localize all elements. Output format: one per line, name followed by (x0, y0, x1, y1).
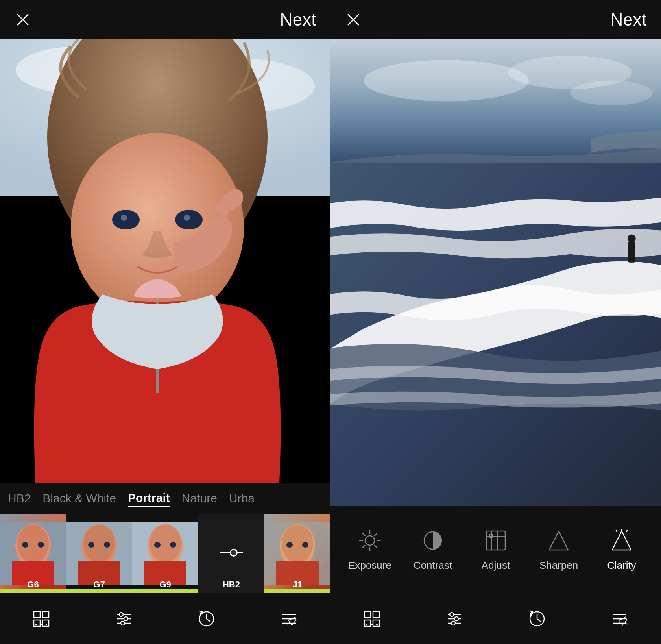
thumb-j1[interactable]: J1 (264, 514, 330, 593)
svg-marker-89 (612, 531, 631, 550)
thumb-hb2[interactable]: HB2 (198, 514, 264, 593)
tool-adjust[interactable]: Adjust (464, 528, 527, 572)
svg-point-37 (286, 542, 293, 548)
svg-rect-93 (364, 611, 371, 618)
right-nav-history[interactable] (519, 605, 555, 633)
svg-line-78 (375, 545, 377, 548)
svg-point-72 (365, 536, 375, 545)
svg-marker-62 (288, 617, 296, 625)
svg-line-92 (626, 530, 627, 532)
left-next-button[interactable]: Next (280, 10, 316, 30)
thumb-g7-label: G7 (66, 579, 132, 590)
left-nav-sliders[interactable] (106, 605, 142, 633)
filter-thumbnails: G6 G7 (0, 514, 330, 593)
svg-point-49 (35, 624, 37, 625)
svg-line-79 (375, 533, 377, 536)
svg-rect-96 (373, 620, 379, 626)
svg-point-11 (184, 215, 190, 221)
tool-exposure[interactable]: Exposure (338, 528, 401, 572)
left-photo-area (0, 39, 330, 483)
adjust-tools: Exposure Contrast (330, 506, 661, 593)
thumb-g7[interactable]: G7 (66, 514, 132, 593)
filter-tabs: HB2 Black & White Portrait Nature Urba (0, 483, 330, 514)
svg-point-24 (104, 542, 110, 548)
svg-point-38 (302, 542, 308, 548)
svg-point-18 (38, 542, 44, 548)
svg-point-97 (366, 624, 367, 625)
filter-tab-urban[interactable]: Urba (229, 490, 255, 507)
svg-point-103 (450, 613, 454, 616)
svg-point-17 (22, 542, 28, 548)
tool-exposure-label: Exposure (348, 559, 391, 572)
filter-tab-nature[interactable]: Nature (182, 490, 217, 507)
tool-sharpen[interactable]: Sharpen (527, 528, 590, 572)
svg-point-57 (121, 621, 125, 625)
thumb-g6[interactable]: G6 (0, 514, 66, 593)
svg-marker-110 (619, 617, 627, 625)
svg-point-27 (150, 525, 181, 563)
left-panel: Next (0, 0, 330, 644)
left-bottom-controls: HB2 Black & White Portrait Nature Urba (0, 483, 330, 644)
svg-point-35 (282, 525, 313, 563)
right-bottom-nav (330, 593, 661, 644)
right-photo-area (330, 39, 661, 506)
thumb-g6-label: G6 (0, 579, 66, 590)
thumb-g9-label: G9 (132, 579, 198, 590)
svg-rect-70 (628, 242, 635, 262)
svg-point-55 (119, 613, 123, 616)
left-nav-grid[interactable] (24, 605, 59, 633)
svg-point-68 (570, 81, 653, 105)
right-header: Next (330, 0, 661, 39)
svg-point-15 (17, 525, 49, 563)
svg-point-10 (121, 215, 127, 221)
thumb-g9[interactable]: G9 (132, 514, 198, 593)
filter-tab-hb2[interactable]: HB2 (8, 490, 31, 507)
svg-line-80 (363, 545, 365, 548)
tool-sharpen-label: Sharpen (539, 559, 578, 572)
tool-contrast[interactable]: Contrast (401, 528, 464, 572)
tool-clarity[interactable]: Clarity (590, 528, 653, 572)
svg-point-98 (371, 624, 373, 625)
left-nav-favorites[interactable] (271, 605, 307, 633)
hb2-active-icon (220, 546, 243, 561)
svg-point-29 (154, 542, 161, 548)
tool-clarity-label: Clarity (607, 559, 636, 572)
right-nav-favorites[interactable] (602, 605, 637, 633)
right-nav-sliders[interactable] (437, 605, 472, 633)
svg-rect-95 (364, 620, 371, 626)
svg-rect-47 (34, 620, 40, 626)
right-panel: Next (330, 0, 661, 644)
left-bottom-nav (0, 593, 330, 644)
thumb-hb2-label: HB2 (198, 579, 264, 590)
left-close-button[interactable] (14, 11, 31, 28)
svg-point-50 (41, 624, 42, 625)
right-nav-grid[interactable] (354, 605, 390, 633)
tool-contrast-label: Contrast (414, 559, 452, 572)
right-next-button[interactable]: Next (611, 10, 647, 30)
svg-point-71 (628, 234, 636, 242)
svg-point-51 (46, 624, 47, 625)
tool-adjust-label: Adjust (482, 559, 510, 572)
filter-tab-portrait[interactable]: Portrait (128, 490, 170, 507)
thumb-j1-label: J1 (264, 579, 330, 590)
svg-point-30 (170, 542, 176, 548)
left-header: Next (0, 0, 330, 39)
svg-rect-94 (373, 611, 379, 618)
right-bottom-controls: Exposure Contrast (330, 506, 661, 644)
svg-point-21 (83, 525, 115, 563)
svg-point-23 (88, 542, 94, 548)
svg-line-91 (616, 530, 617, 532)
svg-point-66 (364, 60, 529, 101)
svg-rect-45 (34, 611, 40, 618)
svg-rect-48 (42, 620, 49, 626)
svg-point-56 (124, 617, 128, 621)
svg-point-32 (231, 550, 237, 556)
svg-marker-88 (549, 531, 568, 550)
svg-line-77 (363, 533, 365, 536)
left-nav-history[interactable] (189, 605, 224, 633)
svg-point-104 (454, 617, 458, 621)
svg-rect-46 (42, 611, 49, 618)
right-close-button[interactable] (345, 11, 362, 28)
svg-point-99 (376, 624, 378, 625)
filter-tab-bw[interactable]: Black & White (42, 490, 116, 507)
